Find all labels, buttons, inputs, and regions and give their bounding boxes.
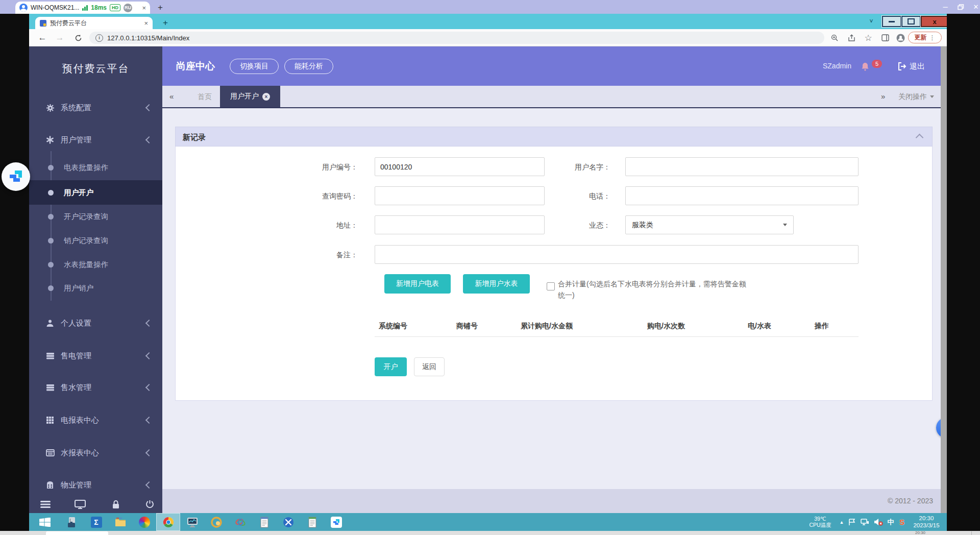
session-avatar-icon [19,4,28,12]
sogou-input-icon[interactable]: S [897,513,907,531]
reload-button[interactable] [71,31,85,45]
notification-bell-icon[interactable] [861,62,870,71]
tab-close-icon[interactable]: × [262,93,270,101]
forward-button[interactable]: → [53,31,67,45]
bookmark-star-icon[interactable]: ☆ [862,31,875,44]
taskbar-app-settings-tool[interactable] [204,513,228,531]
add-user-electric-meter-button[interactable]: 新增用户电表 [384,274,451,294]
remark-input[interactable] [375,245,859,264]
sidebar-item-meter-batch-ops[interactable]: 电表批量操作 [29,156,162,180]
tab-user-open-account[interactable]: 用户开户 × [220,86,280,107]
notification-count-badge[interactable]: 5 [872,60,882,68]
browser-new-tab-button[interactable]: + [160,17,171,29]
host-maximize-button[interactable] [953,0,968,14]
sidebar-item-user-close-account[interactable]: 用户销户 [29,276,162,300]
page-content: 新记录 用户编号： 用户名字： 查询密码： 电话： 地址： 业态： 服装类 [162,108,947,513]
taskbar-app-server-manager[interactable] [60,513,84,531]
site-info-icon[interactable]: i [95,34,103,42]
energy-analysis-button[interactable]: 能耗分析 [284,59,333,74]
remote-window-minimize-button[interactable] [882,16,901,27]
logout-button[interactable]: 退出 [910,46,925,86]
remote-window-close-button[interactable]: x [921,16,947,27]
power-icon[interactable] [143,498,156,510]
action-center-flag-icon[interactable] [847,513,857,531]
taskbar-app-notepad-2[interactable] [300,513,324,531]
ime-language-indicator[interactable]: 中 [886,513,896,531]
back-button[interactable]: ← [35,31,50,45]
sidebar-item-personal-settings[interactable]: 个人设置 [29,310,162,336]
start-button[interactable] [35,516,55,528]
sidebar-item-water-report-center[interactable]: 水报表中心 [29,440,162,466]
sidebar-item-electricity-report-center[interactable]: 电报表中心 [29,407,162,433]
browser-scrollbar[interactable] [941,46,947,513]
taskbar-app-media[interactable] [132,513,156,531]
host-close-button[interactable]: ✕ [969,0,980,14]
sidebar-item-open-record-query[interactable]: 开户记录查询 [29,205,162,229]
taskbar-app-chrome[interactable] [156,513,180,531]
browser-tab-close-icon[interactable]: × [144,20,148,27]
sidebar-item-electricity-sales[interactable]: 售电管理 [29,343,162,369]
side-panel-icon[interactable] [878,31,892,44]
add-user-water-meter-button[interactable]: 新增用户水表 [463,274,530,294]
remote-session-tab[interactable]: WIN-OQMSK21... 18ms HD RU × [15,2,150,14]
taskbar-app-network-tool[interactable] [228,513,252,531]
hd-quality-badge[interactable]: HD [110,4,120,11]
volume-muted-icon[interactable] [872,513,885,531]
current-username[interactable]: SZadmin [800,46,851,86]
address-bar[interactable]: i 127.0.0.1:10315/Main/Index [89,32,824,44]
business-type-select[interactable]: 服装类 [625,215,794,234]
latency-value: 18ms [91,4,107,11]
session-tab-close-icon[interactable]: × [142,5,146,11]
region-badge[interactable]: RU [124,4,132,12]
taskbar-app-admin-tools[interactable] [276,513,300,531]
host-taskbar-divider [971,531,972,535]
network-status-icon[interactable] [859,513,870,531]
sidebar-item-user-open-account[interactable]: 用户开户 [29,180,162,205]
switch-project-button[interactable]: 切换项目 [230,59,279,74]
phone-input[interactable] [625,186,859,205]
profile-avatar-icon[interactable] [894,31,907,44]
monitor-icon[interactable] [74,498,86,510]
site-favicon [40,20,46,27]
open-account-button[interactable]: 开户 [375,357,407,376]
browser-tab[interactable]: 预付费云平台 × [35,17,153,29]
window-menu-chevron-icon[interactable]: ˅ [866,16,876,27]
sidebar-item-close-record-query[interactable]: 销户记录查询 [29,229,162,253]
tray-clock[interactable]: 20:30 2023/3/15 [908,515,945,529]
taskbar-app-powershell[interactable]: Σ [84,513,108,531]
sidebar-item-user-management[interactable]: 用户管理 [29,127,162,153]
scroll-tabs-left-button[interactable]: « [169,86,173,107]
taskbar-app-notepad-1[interactable] [252,513,276,531]
share-icon[interactable] [845,31,858,44]
cpu-temperature-readout[interactable]: 39℃ CPU温度 [805,516,836,528]
lock-icon[interactable] [110,498,122,510]
taskbar-app-file-explorer[interactable] [108,513,132,531]
grid-icon [45,416,55,425]
windows-flag-icon [39,518,51,527]
collapse-chevron-icon[interactable] [916,134,924,142]
close-operations-dropdown[interactable]: 关闭操作 [898,86,934,107]
remote-window-maximize-button[interactable] [901,16,921,27]
tray-expand-arrow-icon[interactable]: ▲ [838,513,846,531]
browser-update-menu-button[interactable]: 更新 ⋮ [908,32,942,43]
user-name-label: 用户名字： [505,157,610,177]
sidebar-item-water-meter-batch-ops[interactable]: 水表批量操作 [29,253,162,277]
sidebar-item-system-config[interactable]: 系统配置 [29,94,162,121]
taskbar-app-monitor-tool[interactable] [180,513,204,531]
chevron-left-icon [145,320,153,327]
sidebar-item-property-management[interactable]: 物业管理 [29,472,162,498]
new-session-tab-button[interactable]: + [155,2,166,13]
sidebar-item-water-sales[interactable]: 售水管理 [29,374,162,401]
back-button-form[interactable]: 返回 [414,357,445,376]
zoom-icon[interactable] [828,31,841,44]
tab-home[interactable]: 首页 [192,86,217,107]
hamburger-menu-icon[interactable] [39,498,52,510]
taskbar-app-todesk[interactable] [324,513,348,531]
user-name-input[interactable] [625,157,859,176]
scroll-tabs-right-button[interactable]: » [881,86,884,107]
chevron-left-icon [145,449,153,456]
host-minimize-button[interactable]: ─ [938,0,952,14]
merge-metering-checkbox[interactable] [547,282,555,290]
todesk-floating-button[interactable] [2,162,30,191]
chrome-icon [163,517,174,528]
